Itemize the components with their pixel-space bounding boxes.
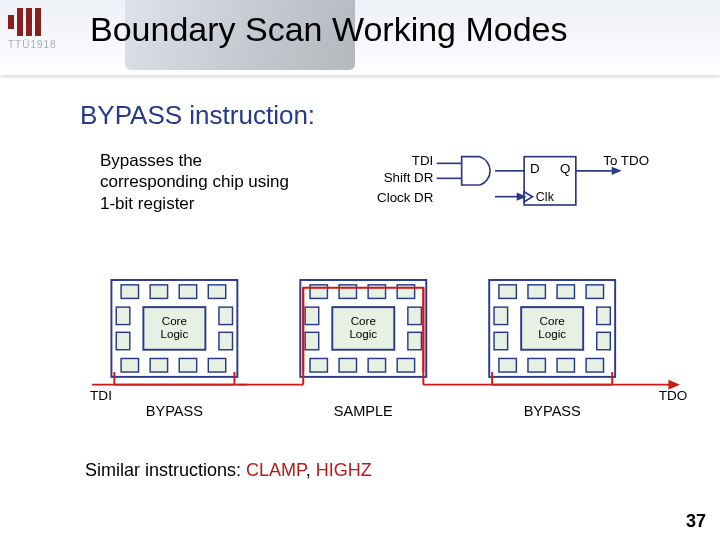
clockdr-label: Clock DR <box>377 190 433 205</box>
tdi-label: TDI <box>412 153 433 168</box>
similar-prefix: Similar instructions: <box>85 460 246 480</box>
logo-text: TTÜ1918 <box>8 39 68 50</box>
logo: TTÜ1918 <box>8 8 68 50</box>
description-text: Bypasses the corresponding chip using 1-… <box>100 150 295 214</box>
ff-q-label: Q <box>560 161 570 176</box>
slide-subtitle: BYPASS instruction: <box>80 100 315 131</box>
logo-bars-icon <box>8 8 68 36</box>
totdo-label: To TDO <box>603 153 649 168</box>
tdo-port-label: TDO <box>659 388 688 403</box>
chip-1 <box>111 280 237 377</box>
chip-chain-diagram: Core Logic TDI <box>85 280 690 435</box>
chip-2 <box>300 280 426 377</box>
similar-instructions: Similar instructions: CLAMP, HIGHZ <box>85 460 372 481</box>
ff-d-label: D <box>530 161 540 176</box>
chip1-mode: BYPASS <box>146 403 203 419</box>
chip3-mode: BYPASS <box>524 403 581 419</box>
ff-clk-label: Clk <box>536 190 555 204</box>
page-number: 37 <box>686 511 706 532</box>
clamp-keyword: CLAMP <box>246 460 306 480</box>
slide-title: Boundary Scan Working Modes <box>90 10 568 49</box>
chip-3 <box>489 280 615 377</box>
shiftdr-label: Shift DR <box>384 170 434 185</box>
highz-keyword: HIGHZ <box>316 460 372 480</box>
tdi-port-label: TDI <box>90 388 112 403</box>
chip2-mode: SAMPLE <box>334 403 393 419</box>
flipflop-diagram: D Q Clk TDI Shift DR Clock DR To TDO <box>435 155 655 230</box>
